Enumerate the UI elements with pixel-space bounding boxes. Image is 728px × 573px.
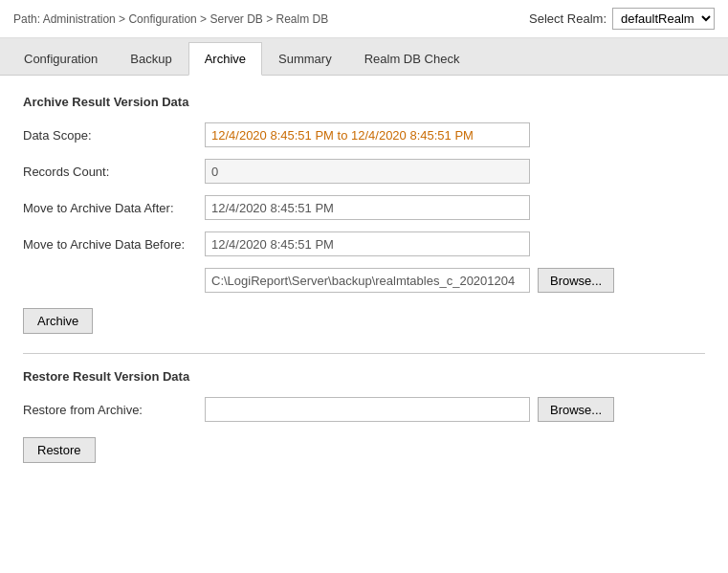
records-count-input[interactable] — [205, 159, 530, 184]
realm-selector: Select Realm: defaultRealm — [529, 8, 715, 30]
main-content: Archive Result Version Data Data Scope: … — [0, 76, 728, 486]
archive-button[interactable]: Archive — [23, 308, 93, 334]
restore-button-row: Restore — [23, 433, 705, 467]
move-after-input[interactable] — [205, 195, 530, 220]
tab-configuration[interactable]: Configuration — [8, 42, 114, 75]
breadcrumb: Path: Administration > Configuration > S… — [13, 12, 328, 26]
top-bar: Path: Administration > Configuration > S… — [0, 0, 728, 38]
tab-backup[interactable]: Backup — [114, 42, 188, 75]
realm-select[interactable]: defaultRealm — [612, 8, 715, 30]
file-path-row: Browse... — [23, 268, 705, 293]
move-after-row: Move to Archive Data After: — [23, 195, 705, 220]
data-scope-input[interactable] — [205, 122, 530, 147]
restore-browse-button[interactable]: Browse... — [538, 397, 614, 422]
restore-button[interactable]: Restore — [23, 437, 96, 463]
restore-section-header: Restore Result Version Data — [23, 369, 705, 384]
section-divider — [23, 353, 705, 354]
data-scope-label: Data Scope: — [23, 128, 205, 143]
records-count-label: Records Count: — [23, 165, 205, 179]
move-after-label: Move to Archive Data After: — [23, 201, 205, 215]
tab-summary[interactable]: Summary — [262, 42, 348, 75]
restore-from-archive-label: Restore from Archive: — [23, 403, 205, 417]
tab-archive[interactable]: Archive — [188, 42, 262, 76]
move-before-input[interactable] — [205, 231, 530, 256]
restore-from-archive-row: Restore from Archive: Browse... — [23, 397, 705, 422]
move-before-label: Move to Archive Data Before: — [23, 237, 205, 252]
restore-section: Restore Result Version Data Restore from… — [23, 369, 705, 467]
realm-label: Select Realm: — [529, 11, 607, 26]
file-path-input[interactable] — [205, 268, 530, 293]
records-count-row: Records Count: — [23, 159, 705, 184]
data-scope-row: Data Scope: — [23, 122, 705, 147]
archive-section-header: Archive Result Version Data — [23, 95, 705, 109]
tab-bar: Configuration Backup Archive Summary Rea… — [0, 38, 728, 76]
move-before-row: Move to Archive Data Before: — [23, 231, 705, 256]
archive-browse-button[interactable]: Browse... — [538, 268, 614, 293]
archive-button-row: Archive — [23, 304, 705, 338]
restore-from-archive-input[interactable] — [205, 397, 530, 422]
tab-realmdbcheck[interactable]: Realm DB Check — [348, 42, 476, 75]
